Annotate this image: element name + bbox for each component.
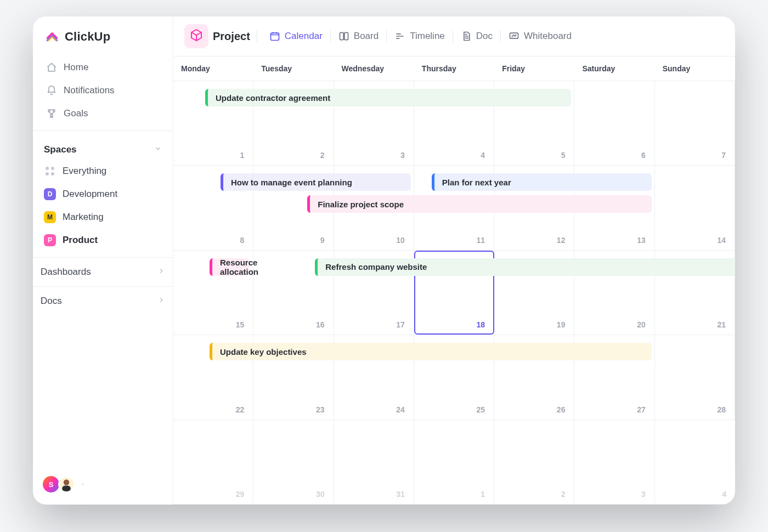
weekday-header: Saturday: [574, 56, 654, 81]
calendar-day[interactable]: 2: [494, 420, 574, 504]
board-icon: [338, 31, 349, 42]
calendar-day[interactable]: 6: [574, 81, 654, 165]
calendar-header-row: MondayTuesdayWednesdayThursdayFridaySatu…: [173, 56, 735, 81]
calendar-day[interactable]: 29: [173, 420, 253, 504]
chevron-right-icon: [157, 267, 165, 278]
timeline-icon: [394, 31, 405, 42]
day-number: 5: [561, 151, 566, 160]
nav-label: Home: [64, 62, 88, 73]
calendar-day[interactable]: 31: [334, 420, 414, 504]
calendar-weeks: 1234567Update contractor agreement891011…: [173, 81, 735, 505]
day-number: 4: [481, 151, 485, 160]
calendar: MondayTuesdayWednesdayThursdayFridaySatu…: [173, 56, 735, 505]
space-everything[interactable]: Everything: [39, 160, 166, 183]
calendar-event[interactable]: Update key objectives: [210, 343, 652, 360]
tab-board[interactable]: Board: [333, 26, 384, 46]
calendar-event[interactable]: Refresh company website: [315, 258, 735, 276]
day-number: 10: [396, 236, 405, 245]
day-number: 22: [236, 405, 245, 414]
day-number: 3: [400, 151, 405, 160]
space-label: Everything: [63, 166, 106, 177]
calendar-week: 15161718192021Resource allocationRefresh…: [173, 251, 735, 335]
day-number: 17: [396, 320, 405, 329]
calendar-week: 1234567Update contractor agreement: [173, 81, 735, 166]
event-label: Update key objectives: [220, 347, 307, 356]
divider: [330, 30, 331, 42]
day-number: 3: [641, 490, 646, 499]
space-badge: M: [44, 211, 56, 223]
event-label: How to manage event planning: [231, 178, 352, 187]
event-label: Refresh company website: [325, 262, 427, 271]
svg-point-0: [64, 479, 69, 485]
svg-rect-2: [270, 33, 279, 40]
divider: [453, 30, 453, 42]
brand-name: ClickUp: [65, 30, 110, 44]
tab-timeline[interactable]: Timeline: [389, 26, 450, 46]
tab-whiteboard[interactable]: Whiteboard: [503, 26, 577, 46]
space-badge: P: [44, 234, 56, 246]
tab-doc[interactable]: Doc: [455, 26, 498, 46]
everything-icon: [44, 165, 56, 177]
nav-notifications[interactable]: Notifications: [38, 79, 167, 102]
tab-label: Timeline: [410, 31, 445, 42]
day-number: 4: [722, 490, 726, 499]
nav-goals[interactable]: Goals: [38, 102, 167, 125]
space-item-product[interactable]: P Product: [39, 229, 166, 252]
calendar-day[interactable]: 14: [655, 166, 735, 250]
day-number: 2: [320, 151, 325, 160]
calendar-event[interactable]: How to manage event planning: [221, 173, 411, 191]
divider: [257, 30, 257, 42]
calendar-event[interactable]: Resource allocation: [210, 258, 249, 276]
space-item-development[interactable]: D Development: [39, 183, 166, 206]
space-label: Marketing: [63, 212, 104, 223]
doc-icon: [461, 31, 472, 42]
event-label: Plan for next year: [442, 178, 511, 187]
day-number: 20: [637, 320, 646, 329]
spaces-header[interactable]: Spaces: [39, 137, 166, 160]
day-number: 1: [481, 490, 485, 499]
calendar-day[interactable]: 30: [253, 420, 334, 504]
calendar-event[interactable]: Update contractor agreement: [205, 89, 571, 106]
day-number: 28: [717, 405, 726, 414]
avatar-secondary[interactable]: [58, 476, 75, 493]
event-label: Finalize project scope: [318, 200, 404, 209]
day-number: 9: [320, 236, 325, 245]
primary-nav: Home Notifications Goals: [33, 55, 173, 131]
space-item-marketing[interactable]: M Marketing: [39, 206, 166, 229]
chevron-right-icon: [157, 296, 165, 307]
event-label: Update contractor agreement: [216, 93, 330, 103]
event-label: Resource allocation: [220, 258, 258, 276]
weekday-header: Monday: [173, 56, 253, 81]
svg-rect-3: [340, 32, 343, 39]
calendar-day[interactable]: 7: [655, 81, 735, 165]
calendar-day[interactable]: 4: [655, 420, 735, 504]
tab-label: Whiteboard: [524, 31, 572, 42]
nav-home[interactable]: Home: [38, 56, 167, 79]
nav-docs[interactable]: Docs: [33, 286, 173, 315]
day-number: 11: [477, 236, 485, 245]
day-number: 29: [236, 490, 245, 499]
weekday-header: Tuesday: [253, 56, 334, 81]
sidebar: ClickUp Home Notifications Goals: [33, 16, 173, 505]
weekday-header: Thursday: [414, 56, 494, 81]
calendar-week: 891011121314How to manage event planning…: [173, 166, 735, 250]
day-number: 21: [717, 320, 726, 329]
calendar-event[interactable]: Finalize project scope: [307, 195, 651, 213]
calendar-day[interactable]: 28: [655, 335, 735, 419]
tab-label: Doc: [476, 31, 493, 42]
calendar-event[interactable]: Plan for next year: [432, 173, 652, 191]
caret-down-icon[interactable]: [78, 479, 86, 489]
calendar-day[interactable]: 1: [414, 420, 494, 504]
sidebar-footer: S: [33, 466, 173, 505]
day-number: 6: [641, 151, 646, 160]
divider: [386, 30, 387, 42]
calendar-day[interactable]: 3: [574, 420, 654, 504]
tab-calendar[interactable]: Calendar: [264, 26, 328, 46]
cube-icon: [190, 29, 203, 44]
tab-label: Calendar: [285, 31, 323, 42]
nav-dashboards[interactable]: Dashboards: [33, 257, 173, 286]
nav-label: Goals: [64, 108, 88, 119]
avatar-primary[interactable]: S: [43, 476, 59, 493]
svg-rect-1: [62, 486, 71, 491]
project-pill[interactable]: [184, 24, 208, 48]
